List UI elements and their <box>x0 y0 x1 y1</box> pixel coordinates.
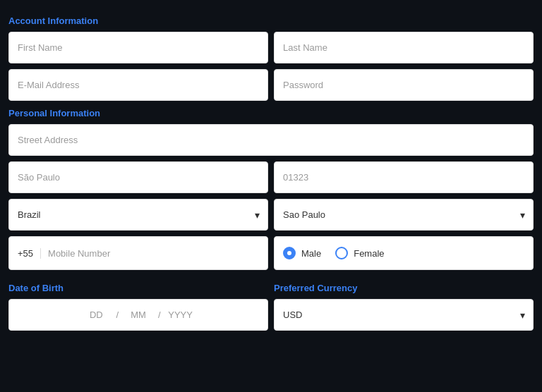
zip-input[interactable] <box>274 161 534 193</box>
phone-prefix-label: +55 <box>18 248 41 259</box>
mobile-number-input[interactable] <box>48 238 259 269</box>
country-select[interactable]: Brazil Argentina Chile Colombia <box>8 199 268 231</box>
city-zip-row <box>8 161 534 193</box>
personal-information-title: Personal Information <box>8 108 534 118</box>
country-state-row: Brazil Argentina Chile Colombia ▾ Sao Pa… <box>8 199 534 231</box>
street-address-input[interactable] <box>8 124 534 156</box>
male-label: Male <box>301 248 321 259</box>
currency-title: Preferred Currency <box>274 283 534 293</box>
account-information-section: Account Information <box>8 16 534 101</box>
first-name-input[interactable] <box>8 32 268 63</box>
state-select[interactable]: Sao Paulo Rio de Janeiro Minas Gerais <box>274 199 534 231</box>
female-label: Female <box>354 248 384 259</box>
dob-separator-2: / <box>158 310 161 320</box>
dob-yyyy: YYYY <box>167 310 195 320</box>
last-name-input[interactable] <box>274 32 534 63</box>
dob-field: DD / MM / YYYY <box>8 299 268 331</box>
personal-information-section: Personal Information Brazil Argentina Ch… <box>8 108 534 270</box>
male-radio-inner <box>287 251 291 255</box>
phone-field-wrapper: +55 <box>8 236 268 270</box>
country-select-wrapper: Brazil Argentina Chile Colombia ▾ <box>8 199 268 231</box>
currency-select[interactable]: USD EUR BRL GBP <box>274 299 534 331</box>
dob-separator-1: / <box>116 310 119 320</box>
male-radio-icon[interactable] <box>283 247 296 259</box>
gender-field: Male Female <box>274 236 534 270</box>
date-of-birth-section: Date of Birth DD / MM / YYYY <box>8 276 268 331</box>
dob-dd: DD <box>82 310 110 320</box>
credentials-row <box>8 69 534 101</box>
preferred-currency-section: Preferred Currency USD EUR BRL GBP ▾ <box>274 276 534 331</box>
name-row <box>8 32 534 63</box>
phone-gender-row: +55 Male Female <box>8 236 534 270</box>
email-input[interactable] <box>8 69 268 101</box>
dob-title: Date of Birth <box>8 283 268 293</box>
dob-currency-row: Date of Birth DD / MM / YYYY Preferred C… <box>8 276 534 331</box>
password-input[interactable] <box>274 69 534 101</box>
dob-mm: MM <box>124 310 152 320</box>
account-information-title: Account Information <box>8 16 534 26</box>
state-select-wrapper: Sao Paulo Rio de Janeiro Minas Gerais ▾ <box>274 199 534 231</box>
currency-select-wrapper: USD EUR BRL GBP ▾ <box>274 299 534 331</box>
female-radio-icon[interactable] <box>335 247 348 259</box>
female-option[interactable]: Female <box>335 247 384 259</box>
city-input[interactable] <box>8 161 268 193</box>
male-option[interactable]: Male <box>283 247 321 259</box>
